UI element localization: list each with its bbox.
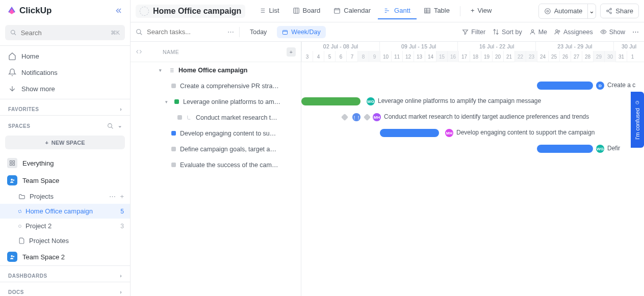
svg-point-21 bbox=[556, 30, 558, 32]
gantt-row: WG Leverage online platforms to amplify … bbox=[301, 94, 644, 110]
task-row[interactable]: Evaluate the success of the cam… bbox=[131, 157, 301, 173]
avatar[interactable]: WG bbox=[596, 145, 604, 153]
spaces-header[interactable]: SPACES bbox=[8, 123, 30, 129]
task-row[interactable]: Create a comprehensive PR stra… bbox=[131, 78, 301, 94]
task-name: Evaluate the success of the cam… bbox=[180, 162, 278, 169]
share-button[interactable]: Share bbox=[600, 4, 639, 18]
share-icon bbox=[606, 8, 612, 14]
team-icon bbox=[7, 175, 17, 185]
more-icon[interactable]: ⋯ bbox=[632, 28, 639, 36]
gantt-bar[interactable] bbox=[537, 82, 593, 90]
task-search-input[interactable] bbox=[147, 28, 208, 36]
task-row[interactable]: ▾Leverage online platforms to am… bbox=[131, 94, 301, 110]
gantt-icon bbox=[384, 7, 391, 14]
sidebar-search[interactable]: ⌘K bbox=[5, 25, 125, 40]
view-gantt[interactable]: Gantt bbox=[378, 3, 417, 19]
automate-button[interactable]: Automate bbox=[539, 4, 588, 18]
feedback-tab[interactable]: I'm confused ☺ bbox=[631, 92, 644, 148]
automate-dropdown[interactable]: ⌄ bbox=[587, 4, 596, 18]
timescale-button[interactable]: Week/Day bbox=[277, 26, 325, 38]
table-icon bbox=[424, 7, 431, 14]
view-board[interactable]: Board bbox=[287, 3, 327, 19]
logo[interactable]: ClickUp bbox=[7, 6, 51, 16]
day-header: 8 bbox=[357, 51, 369, 62]
space-team-space-2[interactable]: Team Space 2 bbox=[0, 248, 130, 265]
new-space-button[interactable]: + NEW SPACE bbox=[5, 136, 125, 149]
nav-home-label: Home bbox=[21, 52, 39, 60]
week-header: 16 Jul - 22 Jul bbox=[457, 42, 535, 51]
collapse-sidebar-button[interactable] bbox=[115, 7, 123, 15]
task-search[interactable] bbox=[136, 28, 222, 36]
gantt-bar[interactable] bbox=[380, 129, 439, 137]
space-everything[interactable]: Everything bbox=[0, 154, 130, 172]
milestone[interactable] bbox=[364, 114, 371, 121]
page-title-group[interactable]: Home Office campaign bbox=[136, 5, 245, 18]
view-calendar[interactable]: Calendar bbox=[327, 3, 377, 19]
sidebar-search-input[interactable] bbox=[21, 29, 107, 37]
chevron-down-icon[interactable]: ⌄ bbox=[118, 123, 122, 129]
grid-icon bbox=[7, 158, 17, 168]
subtask-icon bbox=[186, 115, 192, 120]
caret-icon[interactable]: ▾ bbox=[165, 99, 170, 104]
more-icon[interactable]: ⋯ bbox=[109, 193, 116, 200]
gantt-bar[interactable] bbox=[537, 145, 593, 153]
assignees-button[interactable]: Assignees bbox=[554, 29, 593, 36]
avatar[interactable]: MH bbox=[373, 113, 381, 121]
avatar[interactable]: D bbox=[596, 82, 604, 90]
svg-point-15 bbox=[610, 8, 611, 10]
task-row[interactable]: Define campaign goals, target a… bbox=[131, 141, 301, 157]
milestone[interactable] bbox=[341, 114, 348, 121]
folder-projects[interactable]: Projects ⋯ + bbox=[0, 189, 130, 204]
space-team-space[interactable]: Team Space bbox=[0, 172, 130, 189]
nav-show-more[interactable]: Show more bbox=[0, 80, 130, 97]
svg-rect-4 bbox=[10, 164, 12, 166]
gantt-bar-label: Defir bbox=[607, 145, 620, 152]
add-column-button[interactable]: + bbox=[287, 47, 296, 57]
view-table[interactable]: Table bbox=[418, 3, 456, 19]
day-header: 1 bbox=[627, 51, 638, 62]
expand-icon[interactable] bbox=[136, 48, 142, 55]
docs-header[interactable]: DOCS bbox=[8, 289, 24, 295]
gantt-bar[interactable] bbox=[301, 97, 360, 105]
svg-point-13 bbox=[545, 8, 550, 14]
me-button[interactable]: Me bbox=[529, 29, 547, 36]
gantt-row: MH Develop engaging content to support t… bbox=[301, 125, 644, 141]
gantt-timeline[interactable]: 02 Jul - 08 Jul09 Jul - 15 Jul16 Jul - 2… bbox=[301, 42, 644, 296]
task-row[interactable]: Conduct market research t… bbox=[131, 110, 301, 125]
caret-icon[interactable]: ▾ bbox=[159, 68, 164, 73]
week-header: 02 Jul - 08 Jul bbox=[301, 42, 379, 51]
show-button[interactable]: Show bbox=[600, 29, 625, 36]
task-name: Develop engaging content to su… bbox=[180, 130, 276, 137]
avatar[interactable]: WG bbox=[367, 97, 375, 105]
nav-home[interactable]: Home bbox=[0, 48, 130, 64]
day-header: 14 bbox=[425, 51, 436, 62]
filter-button[interactable]: Filter bbox=[462, 29, 485, 36]
view-list[interactable]: List bbox=[252, 3, 285, 19]
task-name: Home Office campaign bbox=[178, 67, 247, 74]
doc-project-notes[interactable]: Project Notes bbox=[0, 233, 130, 248]
gantt-bar-label: Develop engaging content to support the … bbox=[456, 129, 595, 136]
today-button[interactable]: Today bbox=[245, 26, 272, 38]
nav-notifications[interactable]: Notifications bbox=[0, 64, 130, 80]
list-home-office[interactable]: Home Office campaign 5 bbox=[0, 204, 130, 219]
task-row[interactable]: Develop engaging content to su… bbox=[131, 125, 301, 141]
chevron-right-icon[interactable]: › bbox=[120, 106, 122, 112]
chevron-right-icon[interactable]: › bbox=[120, 273, 122, 279]
day-header: 31 bbox=[615, 51, 627, 62]
status-icon bbox=[174, 99, 179, 104]
list-project2[interactable]: Project 2 3 bbox=[0, 219, 130, 233]
search-icon[interactable] bbox=[107, 123, 114, 129]
add-view-button[interactable]: +View bbox=[465, 3, 498, 19]
chevron-right-icon[interactable]: › bbox=[120, 289, 122, 295]
svg-point-22 bbox=[558, 31, 560, 32]
avatar[interactable]: ⋮⋮ bbox=[352, 113, 360, 121]
plus-icon[interactable]: + bbox=[120, 193, 124, 200]
favorites-header[interactable]: FAVORITES bbox=[8, 106, 39, 112]
task-row-root[interactable]: ▾ Home Office campaign bbox=[131, 62, 301, 78]
sort-button[interactable]: Sort by bbox=[493, 29, 522, 36]
avatar[interactable]: MH bbox=[445, 129, 453, 137]
main: Home Office campaign List Board Calendar… bbox=[131, 0, 644, 296]
dashboards-header[interactable]: DASHBOARDS bbox=[8, 273, 47, 279]
svg-point-17 bbox=[610, 12, 611, 14]
more-icon[interactable]: ⋯ bbox=[227, 28, 234, 36]
